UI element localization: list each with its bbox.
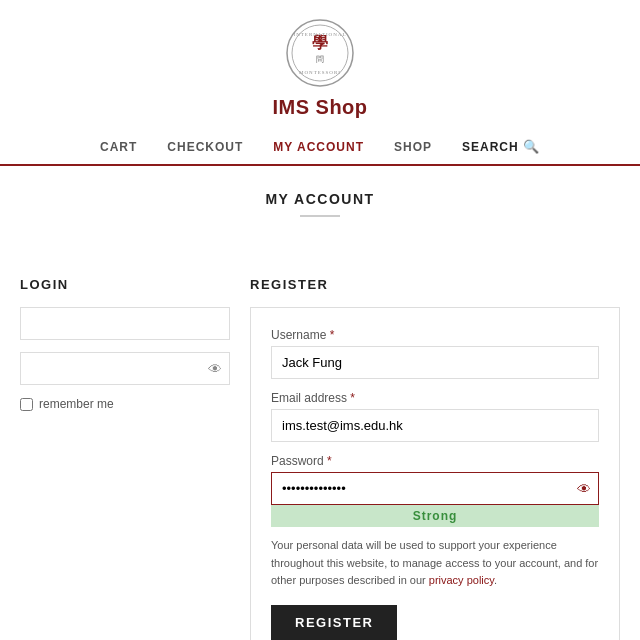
password-label: Password * [271, 454, 599, 468]
register-section-title: REGISTER [250, 277, 620, 292]
svg-text:INTERNATIONAL: INTERNATIONAL [294, 32, 347, 37]
register-form-box: Username * Email address * Password * 👁 … [250, 307, 620, 640]
search-icon: 🔍 [523, 139, 540, 154]
svg-point-0 [287, 20, 353, 86]
heading-divider [300, 215, 340, 217]
remember-me-row: remember me [20, 397, 230, 411]
register-section: REGISTER Username * Email address * Pass… [250, 277, 620, 640]
email-label: Email address * [271, 391, 599, 405]
site-header: 學 問 INTERNATIONAL MONTESSORI IMS Shop [0, 0, 640, 129]
register-email-input[interactable] [271, 409, 599, 442]
site-title-text: IMS Shop [0, 96, 640, 119]
remember-me-label: remember me [39, 397, 114, 411]
nav-search[interactable]: SEARCH 🔍 [462, 139, 540, 154]
page-content: LOGIN 👁 remember me REGISTER Username * … [0, 247, 640, 640]
svg-text:MONTESSORI: MONTESSORI [299, 70, 341, 75]
page-heading-area: MY ACCOUNT [0, 166, 640, 247]
login-section: LOGIN 👁 remember me [20, 277, 230, 640]
login-password-toggle-icon[interactable]: 👁 [208, 361, 222, 377]
register-password-input[interactable] [271, 472, 599, 505]
login-section-title: LOGIN [20, 277, 230, 292]
register-username-input[interactable] [271, 346, 599, 379]
register-password-toggle-icon[interactable]: 👁 [577, 481, 591, 497]
login-username-input[interactable] [20, 307, 230, 340]
password-strength-bar: Strong [271, 505, 599, 527]
privacy-notice: Your personal data will be used to suppo… [271, 537, 599, 590]
remember-me-checkbox[interactable] [20, 398, 33, 411]
page-heading: MY ACCOUNT [0, 191, 640, 207]
username-label: Username * [271, 328, 599, 342]
nav-cart[interactable]: CART [100, 140, 137, 154]
nav-checkout[interactable]: CHECKOUT [167, 140, 243, 154]
navigation: CART CHECKOUT MY ACCOUNT SHOP SEARCH 🔍 [0, 129, 640, 166]
site-logo: 學 問 INTERNATIONAL MONTESSORI [285, 18, 355, 88]
privacy-policy-link[interactable]: privacy policy [429, 574, 494, 586]
nav-shop[interactable]: SHOP [394, 140, 432, 154]
login-password-wrapper: 👁 [20, 352, 230, 385]
nav-my-account[interactable]: MY ACCOUNT [273, 140, 364, 154]
svg-text:問: 問 [316, 55, 324, 64]
login-password-input[interactable] [20, 352, 230, 385]
register-button[interactable]: REGISTER [271, 605, 397, 640]
register-password-wrapper: 👁 [271, 472, 599, 505]
